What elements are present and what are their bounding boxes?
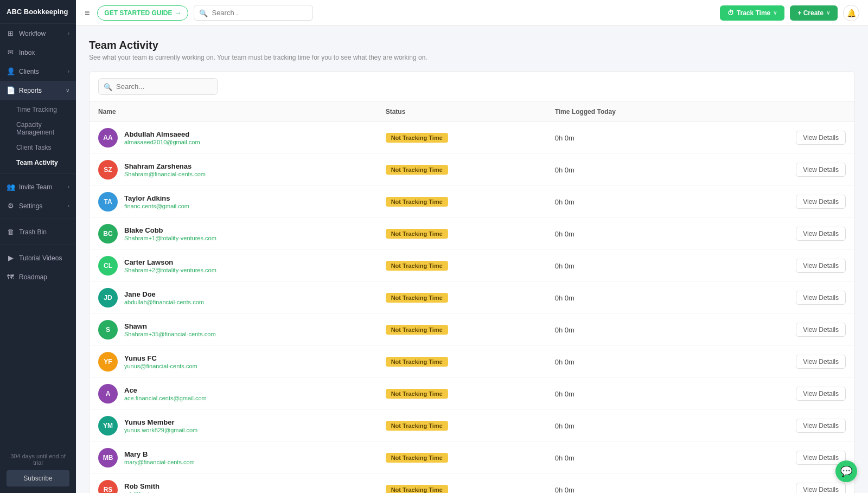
view-details-button[interactable]: View Details — [796, 195, 846, 209]
track-time-button[interactable]: ⏱ Track Time ∨ — [720, 5, 784, 21]
sidebar-item-roadmap[interactable]: 🗺 Roadmap — [0, 267, 76, 286]
sidebar-item-capacity-management[interactable]: Capacity Management — [0, 117, 76, 140]
table-row: JD Jane Doe abdullah@financial-cents.com… — [90, 282, 854, 314]
member-name: Jane Doe — [124, 290, 204, 298]
reports-submenu: Time Tracking Capacity Management Client… — [0, 102, 76, 170]
status-badge: Not Tracking Time — [386, 165, 448, 175]
status-badge: Not Tracking Time — [386, 293, 448, 303]
actions-cell: View Details — [712, 122, 854, 154]
table-row: BC Blake Cobb Shahram+1@totality-venture… — [90, 218, 854, 250]
time-logged: 0h 0m — [555, 262, 575, 270]
sidebar-item-label: Clients — [19, 68, 39, 75]
member-cell: JD Jane Doe abdullah@financial-cents.com — [90, 282, 377, 314]
create-label: + Create — [797, 9, 824, 17]
avatar: YM — [98, 416, 118, 436]
sidebar-item-team-activity[interactable]: Team Activity — [0, 155, 76, 170]
table-row: YM Yunus Member yunus.work829@gmail.com … — [90, 410, 854, 442]
sidebar-item-workflow[interactable]: ⊞ Workflow › — [0, 24, 76, 43]
table-row: A Ace ace.financial.cents@gmail.com Not … — [90, 378, 854, 410]
avatar: YF — [98, 352, 118, 372]
time-logged: 0h 0m — [555, 230, 575, 238]
status-badge: Not Tracking Time — [386, 453, 448, 463]
member-name: Shahram Zarshenas — [124, 162, 206, 170]
view-details-button[interactable]: View Details — [796, 387, 846, 401]
member-name: Ace — [124, 386, 207, 394]
sidebar-item-settings[interactable]: ⚙ Settings › — [0, 196, 76, 215]
time-logged-cell: 0h 0m — [546, 154, 712, 186]
table-row: RS Rob Smith rob@liscio.me Not Tracking … — [90, 474, 854, 494]
arrow-icon: → — [175, 9, 181, 17]
view-details-button[interactable]: View Details — [796, 131, 846, 145]
clock-icon: ⏱ — [727, 9, 734, 17]
create-button[interactable]: + Create ∨ — [790, 5, 838, 21]
page-subtitle: See what your team is currently working … — [89, 54, 855, 61]
settings-icon: ⚙ — [7, 202, 15, 210]
actions-cell: View Details — [712, 410, 854, 442]
content-area: Team Activity See what your team is curr… — [76, 26, 868, 493]
menu-icon[interactable]: ≡ — [85, 8, 90, 18]
avatar: SZ — [98, 160, 118, 180]
sidebar-item-reports[interactable]: 📄 Reports ∨ — [0, 81, 76, 100]
get-started-button[interactable]: GET STARTED GUIDE → — [97, 5, 188, 21]
sidebar-item-tutorial-videos[interactable]: ▶ Tutorial Videos — [0, 248, 76, 267]
time-logged-cell: 0h 0m — [546, 346, 712, 378]
view-details-button[interactable]: View Details — [796, 355, 846, 369]
avatar: S — [98, 320, 118, 340]
sidebar-bottom: 304 days until end of trial Subscribe — [0, 446, 76, 493]
sidebar-item-clients[interactable]: 👤 Clients › — [0, 62, 76, 81]
subscribe-button[interactable]: Subscribe — [7, 470, 69, 486]
notifications-button[interactable]: 🔔 — [843, 5, 859, 21]
member-cell: RS Rob Smith rob@liscio.me — [90, 474, 377, 494]
table-row: S Shawn Shahram+35@financial-cents.com N… — [90, 314, 854, 346]
status-cell: Not Tracking Time — [377, 154, 546, 186]
chevron-icon: ∨ — [66, 87, 69, 93]
view-details-button[interactable]: View Details — [796, 483, 846, 493]
table-row: AA Abdullah Almsaeed almasaeed2010@gmail… — [90, 122, 854, 154]
table-row: TA Taylor Adkins financ.cents@gmail.com … — [90, 186, 854, 218]
time-logged-cell: 0h 0m — [546, 378, 712, 410]
sidebar-item-client-tasks[interactable]: Client Tasks — [0, 140, 76, 155]
status-badge: Not Tracking Time — [386, 261, 448, 271]
view-details-button[interactable]: View Details — [796, 419, 846, 433]
status-cell: Not Tracking Time — [377, 474, 546, 494]
member-name: Yunus Member — [124, 418, 197, 426]
avatar: TA — [98, 192, 118, 212]
avatar: BC — [98, 224, 118, 244]
actions-cell: View Details — [712, 250, 854, 282]
actions-cell: View Details — [712, 378, 854, 410]
member-cell: CL Carter Lawson Shahram+2@totality-vent… — [90, 250, 377, 282]
table-search-input[interactable] — [98, 78, 218, 95]
view-details-button[interactable]: View Details — [796, 259, 846, 273]
actions-cell: View Details — [712, 442, 854, 474]
view-details-button[interactable]: View Details — [796, 291, 846, 305]
sidebar-item-time-tracking[interactable]: Time Tracking — [0, 102, 76, 117]
time-logged-cell: 0h 0m — [546, 442, 712, 474]
member-email: abdullah@financial-cents.com — [124, 299, 204, 305]
avatar: MB — [98, 448, 118, 468]
view-details-button[interactable]: View Details — [796, 227, 846, 241]
status-badge: Not Tracking Time — [386, 325, 448, 335]
view-details-button[interactable]: View Details — [796, 163, 846, 177]
member-email: yunus.work829@gmail.com — [124, 427, 197, 433]
sidebar-item-invite-team[interactable]: 👥 Invite Team › — [0, 177, 76, 196]
view-details-button[interactable]: View Details — [796, 323, 846, 337]
member-cell: SZ Shahram Zarshenas Shahram@financial-c… — [90, 154, 377, 186]
time-logged-cell: 0h 0m — [546, 474, 712, 494]
member-email: rob@liscio.me — [124, 491, 162, 493]
actions-cell: View Details — [712, 186, 854, 218]
inbox-icon: ✉ — [7, 48, 15, 56]
actions-cell: View Details — [712, 314, 854, 346]
member-email: Shahram+35@financial-cents.com — [124, 331, 216, 337]
topbar-search-input[interactable] — [194, 5, 313, 21]
sidebar: ABC Bookkeeping ⊞ Workflow › ✉ Inbox 👤 C… — [0, 0, 76, 493]
sidebar-item-inbox[interactable]: ✉ Inbox — [0, 43, 76, 62]
status-badge: Not Tracking Time — [386, 229, 448, 239]
time-logged: 0h 0m — [555, 454, 575, 462]
status-badge: Not Tracking Time — [386, 421, 448, 431]
chat-widget[interactable]: 💬 — [835, 460, 857, 482]
member-name: Yunus FC — [124, 354, 197, 362]
status-cell: Not Tracking Time — [377, 346, 546, 378]
sidebar-item-trash-bin[interactable]: 🗑 Trash Bin — [0, 222, 76, 241]
actions-cell: View Details — [712, 154, 854, 186]
view-details-button[interactable]: View Details — [796, 451, 846, 465]
